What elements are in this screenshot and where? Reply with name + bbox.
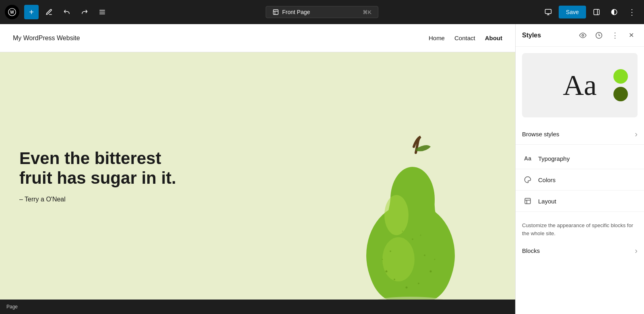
pear-image: [338, 115, 483, 300]
style-aa-preview: Aa: [563, 71, 597, 100]
styles-more-button[interactable]: ⋮: [609, 29, 621, 42]
pen-tool-button[interactable]: [42, 5, 56, 19]
svg-point-17: [386, 271, 388, 273]
color-dot-dark: [613, 87, 628, 101]
monitor-button[interactable]: [541, 5, 555, 19]
svg-point-18: [394, 279, 395, 280]
nav-contact[interactable]: Contact: [454, 35, 475, 41]
layout-item[interactable]: Layout: [516, 191, 644, 212]
svg-point-22: [424, 254, 425, 256]
svg-point-16: [382, 237, 415, 281]
more-options-button[interactable]: ⋮: [625, 5, 639, 19]
styles-eye-button[interactable]: [576, 29, 589, 42]
styles-panel: Styles ⋮ ✕ Aa: [515, 24, 644, 314]
hero-content: Even the bitterest fruit has sugar in it…: [0, 125, 201, 227]
blocks-row[interactable]: Blocks: [516, 240, 644, 261]
typography-label: Typography: [538, 155, 570, 162]
browse-styles-chevron: [635, 129, 638, 139]
list-view-button[interactable]: [95, 5, 109, 19]
page-title-button[interactable]: Front Page ⌘K: [266, 6, 378, 18]
contrast-button[interactable]: [607, 5, 621, 19]
keyboard-shortcut: ⌘K: [363, 9, 372, 15]
hero-quote: Even the bitterest fruit has sugar in it…: [19, 149, 182, 188]
blocks-label: Blocks: [522, 247, 540, 254]
svg-point-24: [382, 259, 383, 260]
svg-rect-32: [525, 198, 530, 204]
undo-button[interactable]: [60, 5, 74, 19]
toolbar-center: Front Page ⌘K: [266, 6, 378, 18]
svg-rect-5: [273, 10, 278, 14]
panel-header: Styles ⋮ ✕: [516, 24, 644, 47]
styles-history-button[interactable]: [592, 29, 605, 42]
status-bar: Page: [0, 300, 515, 314]
colors-label: Colors: [538, 176, 555, 183]
panel-title: Styles: [522, 32, 573, 39]
main-layout: My WordPress Website Home Contact About …: [0, 24, 644, 314]
save-button[interactable]: Save: [559, 6, 586, 18]
wp-logo[interactable]: W: [5, 5, 19, 19]
styles-close-button[interactable]: ✕: [625, 29, 638, 42]
site-nav: Home Contact About: [429, 35, 502, 41]
section-items: Aa Typography Colors: [516, 145, 644, 215]
panel-description: Customize the appearance of specific blo…: [516, 215, 644, 240]
svg-text:W: W: [10, 10, 14, 14]
svg-point-25: [434, 259, 436, 260]
site-title: My WordPress Website: [13, 35, 80, 42]
svg-point-28: [420, 235, 421, 236]
style-preview-card: Aa: [522, 53, 638, 117]
colors-icon: [522, 174, 533, 185]
site-preview: My WordPress Website Home Contact About …: [0, 24, 515, 300]
svg-rect-11: [594, 9, 599, 15]
hero-section: Even the bitterest fruit has sugar in it…: [0, 52, 515, 300]
blocks-chevron: [635, 246, 638, 255]
browse-styles-label: Browse styles: [522, 131, 559, 138]
status-label: Page: [6, 304, 18, 310]
page-title-label: Front Page: [282, 9, 310, 15]
svg-point-15: [384, 195, 409, 235]
nav-about[interactable]: About: [485, 35, 502, 41]
svg-point-27: [402, 231, 403, 232]
typography-item[interactable]: Aa Typography: [516, 148, 644, 169]
add-block-button[interactable]: +: [24, 5, 39, 19]
redo-button[interactable]: [77, 5, 92, 19]
typography-icon: Aa: [522, 153, 533, 164]
nav-home[interactable]: Home: [429, 35, 445, 41]
svg-point-30: [582, 34, 584, 36]
browse-styles-row[interactable]: Browse styles: [516, 124, 644, 145]
svg-point-21: [430, 271, 432, 273]
colors-item[interactable]: Colors: [516, 169, 644, 191]
color-dot-light: [613, 69, 628, 84]
canvas-area: My WordPress Website Home Contact About …: [0, 24, 515, 314]
svg-rect-8: [545, 9, 551, 14]
toolbar-right: Save ⋮: [541, 5, 639, 19]
site-header: My WordPress Website Home Contact About: [0, 24, 515, 52]
svg-point-20: [418, 283, 419, 284]
svg-point-26: [412, 238, 413, 240]
sidebar-toggle-button[interactable]: [589, 5, 604, 19]
layout-icon: [522, 195, 533, 207]
layout-label: Layout: [538, 198, 556, 205]
hero-author: – Terry a O'Neal: [19, 196, 182, 203]
color-dots: [613, 69, 628, 101]
svg-point-19: [406, 287, 408, 289]
toolbar: W + Front Page: [0, 0, 644, 24]
svg-point-23: [390, 250, 391, 252]
